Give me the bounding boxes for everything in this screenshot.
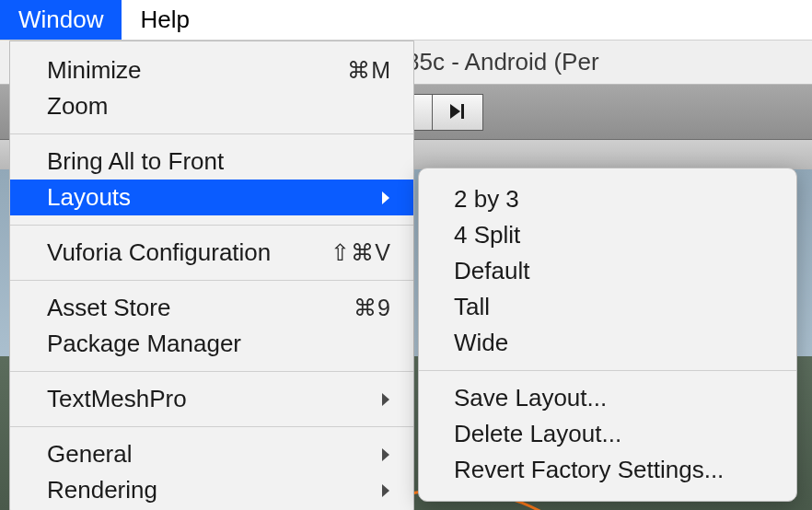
menu-separator xyxy=(10,280,413,281)
menu-label: TextMeshPro xyxy=(47,385,377,413)
menu-label: Minimize xyxy=(47,56,347,85)
menu-item-rendering[interactable]: Rendering xyxy=(10,472,413,508)
menu-shortcut: ⇧⌘V xyxy=(331,239,391,266)
menu-label: Bring All to Front xyxy=(47,147,391,176)
menu-item-textmeshpro[interactable]: TextMeshPro xyxy=(10,381,413,417)
menu-label: Save Layout... xyxy=(454,384,769,412)
menu-shortcut: ⌘M xyxy=(347,57,391,84)
menu-item-general[interactable]: General xyxy=(10,436,413,472)
chevron-right-icon xyxy=(377,191,391,205)
menu-label: 4 Split xyxy=(454,221,769,249)
menubar: Window Help xyxy=(0,0,812,41)
submenu-item-4-split[interactable]: 4 Split xyxy=(419,217,796,253)
menu-separator xyxy=(10,225,413,226)
menu-label: General xyxy=(47,440,377,469)
menu-separator xyxy=(10,371,413,372)
menu-separator xyxy=(10,426,413,427)
menu-label: Delete Layout... xyxy=(454,420,769,448)
menu-label: 2 by 3 xyxy=(454,185,769,214)
submenu-item-2-by-3[interactable]: 2 by 3 xyxy=(419,181,796,217)
menu-label: Revert Factory Settings... xyxy=(454,456,769,484)
menu-label: Vuforia Configuration xyxy=(47,238,331,267)
chevron-right-icon xyxy=(377,483,391,498)
menu-separator xyxy=(419,370,796,371)
menubar-item-window[interactable]: Window xyxy=(0,0,122,40)
menu-label: Package Manager xyxy=(47,330,391,358)
menu-item-layouts[interactable]: Layouts xyxy=(10,180,413,215)
menu-item-zoom[interactable]: Zoom xyxy=(10,88,413,124)
submenu-item-tall[interactable]: Tall xyxy=(419,289,796,325)
chevron-right-icon xyxy=(377,447,391,462)
menu-separator xyxy=(10,133,413,134)
menu-item-vuforia-configuration[interactable]: Vuforia Configuration ⇧⌘V xyxy=(10,235,413,271)
menubar-item-help[interactable]: Help xyxy=(122,0,207,40)
submenu-item-delete-layout[interactable]: Delete Layout... xyxy=(419,416,796,452)
submenu-item-default[interactable]: Default xyxy=(419,253,796,289)
menu-label: Tall xyxy=(454,293,769,321)
menu-label: Wide xyxy=(454,329,769,357)
menu-label: Layouts xyxy=(47,183,377,212)
step-icon xyxy=(448,99,467,125)
window-menu: Minimize ⌘M Zoom Bring All to Front Layo… xyxy=(9,41,414,510)
submenu-item-revert-factory-settings[interactable]: Revert Factory Settings... xyxy=(419,452,796,488)
submenu-item-save-layout[interactable]: Save Layout... xyxy=(419,380,796,416)
svg-rect-2 xyxy=(461,104,464,119)
menu-item-asset-store[interactable]: Asset Store ⌘9 xyxy=(10,290,413,326)
menu-shortcut: ⌘9 xyxy=(354,295,391,321)
menu-label: Default xyxy=(454,257,769,285)
menu-item-minimize[interactable]: Minimize ⌘M xyxy=(10,52,413,88)
layouts-submenu: 2 by 3 4 Split Default Tall Wide Save La… xyxy=(418,168,797,502)
menu-label: Asset Store xyxy=(47,294,354,322)
submenu-item-wide[interactable]: Wide xyxy=(419,325,796,361)
step-button[interactable] xyxy=(432,94,483,131)
menu-item-bring-all-to-front[interactable]: Bring All to Front xyxy=(10,144,413,180)
chevron-right-icon xyxy=(377,392,391,407)
menu-label: Rendering xyxy=(47,476,377,504)
menu-label: Zoom xyxy=(47,92,391,121)
menu-item-package-manager[interactable]: Package Manager xyxy=(10,326,413,362)
